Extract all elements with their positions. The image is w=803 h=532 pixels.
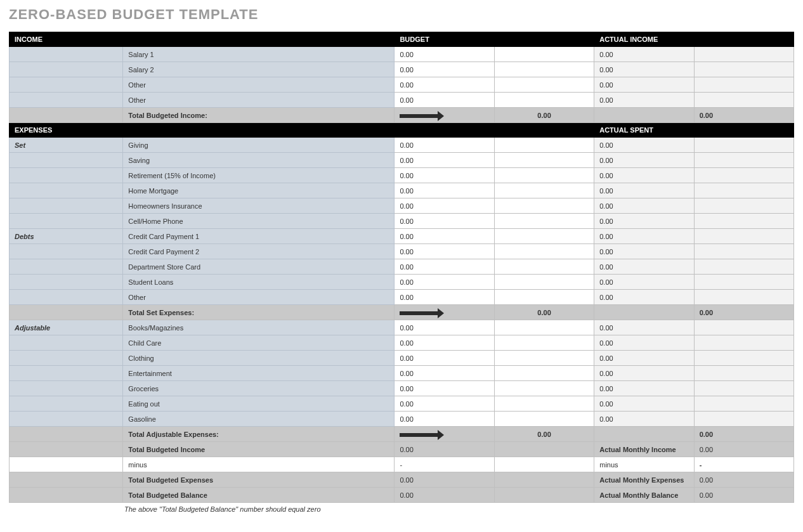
expense-row: Student Loans 0.00 0.00 bbox=[10, 275, 794, 290]
actual-cell[interactable]: 0.00 bbox=[594, 381, 694, 396]
budget-cell[interactable]: 0.00 bbox=[395, 335, 495, 351]
summary-actual-val: 0.00 bbox=[694, 472, 793, 488]
actual-cell[interactable]: 0.00 bbox=[594, 320, 694, 335]
budget-cell[interactable]: 0.00 bbox=[395, 259, 495, 275]
summary-label: Total Budgeted Income bbox=[123, 442, 395, 457]
budget-cell[interactable]: 0.00 bbox=[395, 381, 495, 396]
actual-cell[interactable]: 0.00 bbox=[594, 138, 694, 153]
minus-val: - bbox=[395, 457, 495, 472]
summary-label: Total Budgeted Expenses bbox=[123, 472, 395, 488]
actual-cell[interactable]: 0.00 bbox=[594, 198, 694, 214]
category-set: Set bbox=[15, 141, 25, 149]
row-label: Salary 1 bbox=[123, 47, 395, 62]
expense-row: Cell/Home Phone 0.00 0.00 bbox=[10, 214, 794, 229]
income-total-actual: 0.00 bbox=[694, 108, 793, 123]
total-label: Total Set Expenses: bbox=[123, 305, 395, 320]
expense-row: Saving 0.00 0.00 bbox=[10, 153, 794, 168]
budget-cell[interactable]: 0.00 bbox=[395, 396, 495, 412]
budget-cell[interactable]: 0.00 bbox=[395, 229, 495, 244]
expense-row: Eating out 0.00 0.00 bbox=[10, 396, 794, 412]
row-label: Student Loans bbox=[123, 275, 395, 290]
expense-row: Credit Card Payment 2 0.00 0.00 bbox=[10, 244, 794, 259]
summary-income-row: Total Budgeted Income 0.00 Actual Monthl… bbox=[10, 442, 794, 457]
arrow-icon bbox=[400, 433, 438, 437]
actual-cell[interactable]: 0.00 bbox=[594, 412, 694, 427]
income-total-row: Total Budgeted Income: 0.00 0.00 bbox=[10, 108, 794, 123]
adjustable-total-budget: 0.00 bbox=[494, 427, 594, 442]
budget-cell[interactable]: 0.00 bbox=[395, 47, 495, 62]
row-label: Child Care bbox=[123, 335, 395, 351]
summary-balance-row: Total Budgeted Balance 0.00 Actual Month… bbox=[10, 488, 794, 503]
row-label: Salary 2 bbox=[123, 62, 395, 77]
budget-cell[interactable]: 0.00 bbox=[395, 244, 495, 259]
expense-row: Other 0.00 0.00 bbox=[10, 290, 794, 305]
expense-row: Set Giving 0.00 0.00 bbox=[10, 138, 794, 153]
budget-cell[interactable]: 0.00 bbox=[395, 198, 495, 214]
row-label: Other bbox=[123, 290, 395, 305]
row-label: Giving bbox=[123, 138, 395, 153]
expense-row: Clothing 0.00 0.00 bbox=[10, 351, 794, 366]
adjustable-total-row: Total Adjustable Expenses: 0.00 0.00 bbox=[10, 427, 794, 442]
budget-cell[interactable]: 0.00 bbox=[395, 62, 495, 77]
budget-cell[interactable]: 0.00 bbox=[395, 275, 495, 290]
actual-cell[interactable]: 0.00 bbox=[594, 168, 694, 183]
actual-cell[interactable]: 0.00 bbox=[594, 183, 694, 198]
actual-cell[interactable]: 0.00 bbox=[594, 259, 694, 275]
budget-cell[interactable]: 0.00 bbox=[395, 412, 495, 427]
summary-val: 0.00 bbox=[395, 472, 495, 488]
actual-cell[interactable]: 0.00 bbox=[594, 275, 694, 290]
actual-cell[interactable]: 0.00 bbox=[594, 77, 694, 93]
budget-cell[interactable]: 0.00 bbox=[395, 290, 495, 305]
set-total-budget: 0.00 bbox=[494, 305, 594, 320]
expenses-header: EXPENSES ACTUAL SPENT bbox=[10, 123, 794, 138]
arrow-icon bbox=[400, 311, 438, 315]
header-actual-spent: ACTUAL SPENT bbox=[594, 123, 794, 138]
summary-val: 0.00 bbox=[395, 442, 495, 457]
actual-cell[interactable]: 0.00 bbox=[594, 93, 694, 108]
category-adjustable: Adjustable bbox=[15, 324, 50, 332]
minus-actual-label: minus bbox=[594, 457, 694, 472]
budget-table: INCOME BUDGET ACTUAL INCOME Salary 1 0.0… bbox=[9, 32, 794, 503]
budget-cell[interactable]: 0.00 bbox=[395, 138, 495, 153]
income-row: Other 0.00 0.00 bbox=[10, 77, 794, 93]
actual-cell[interactable]: 0.00 bbox=[594, 335, 694, 351]
budget-cell[interactable]: 0.00 bbox=[395, 351, 495, 366]
actual-cell[interactable]: 0.00 bbox=[594, 351, 694, 366]
budget-cell[interactable]: 0.00 bbox=[395, 214, 495, 229]
budget-cell[interactable]: 0.00 bbox=[395, 93, 495, 108]
actual-cell[interactable]: 0.00 bbox=[594, 62, 694, 77]
row-label: Gasoline bbox=[123, 412, 395, 427]
row-label: Eating out bbox=[123, 396, 395, 412]
budget-cell[interactable]: 0.00 bbox=[395, 366, 495, 381]
row-label: Saving bbox=[123, 153, 395, 168]
actual-cell[interactable]: 0.00 bbox=[594, 229, 694, 244]
actual-cell[interactable]: 0.00 bbox=[594, 366, 694, 381]
row-label: Cell/Home Phone bbox=[123, 214, 395, 229]
budget-cell[interactable]: 0.00 bbox=[395, 183, 495, 198]
summary-actual-label: Actual Monthly Balance bbox=[594, 488, 694, 503]
budget-cell[interactable]: 0.00 bbox=[395, 168, 495, 183]
expense-row: Retirement (15% of Income) 0.00 0.00 bbox=[10, 168, 794, 183]
actual-cell[interactable]: 0.00 bbox=[594, 47, 694, 62]
budget-cell[interactable]: 0.00 bbox=[395, 320, 495, 335]
actual-cell[interactable]: 0.00 bbox=[594, 153, 694, 168]
total-label: Total Budgeted Income: bbox=[123, 108, 395, 123]
row-label: Other bbox=[123, 93, 395, 108]
summary-minus-row: minus - minus - bbox=[10, 457, 794, 472]
row-label: Retirement (15% of Income) bbox=[123, 168, 395, 183]
actual-cell[interactable]: 0.00 bbox=[594, 244, 694, 259]
summary-val: 0.00 bbox=[395, 488, 495, 503]
row-label: Other bbox=[123, 77, 395, 93]
row-label: Credit Card Payment 2 bbox=[123, 244, 395, 259]
header-budget: BUDGET bbox=[395, 32, 594, 47]
budget-cell[interactable]: 0.00 bbox=[395, 153, 495, 168]
expense-row: Adjustable Books/Magazines 0.00 0.00 bbox=[10, 320, 794, 335]
expense-row: Homeowners Insurance 0.00 0.00 bbox=[10, 198, 794, 214]
actual-cell[interactable]: 0.00 bbox=[594, 214, 694, 229]
actual-cell[interactable]: 0.00 bbox=[594, 396, 694, 412]
actual-cell[interactable]: 0.00 bbox=[594, 290, 694, 305]
row-label: Homeowners Insurance bbox=[123, 198, 395, 214]
row-label: Department Store Card bbox=[123, 259, 395, 275]
header-actual-income: ACTUAL INCOME bbox=[594, 32, 794, 47]
budget-cell[interactable]: 0.00 bbox=[395, 77, 495, 93]
